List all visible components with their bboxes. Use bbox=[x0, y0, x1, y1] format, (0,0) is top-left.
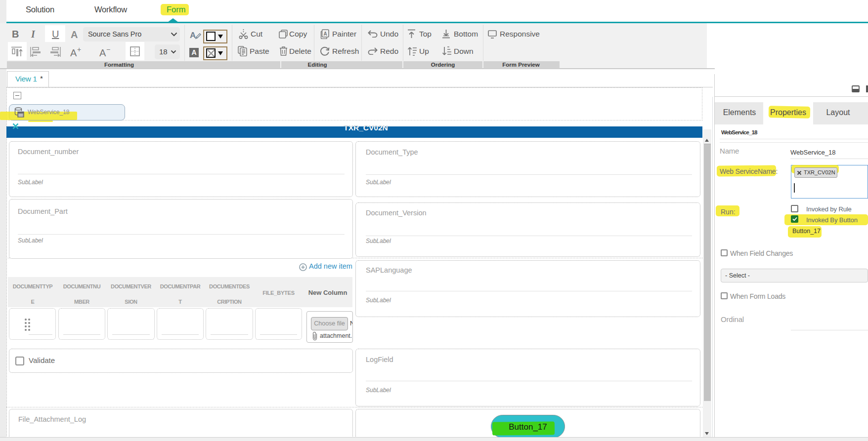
svg-text:A: A bbox=[324, 31, 327, 37]
